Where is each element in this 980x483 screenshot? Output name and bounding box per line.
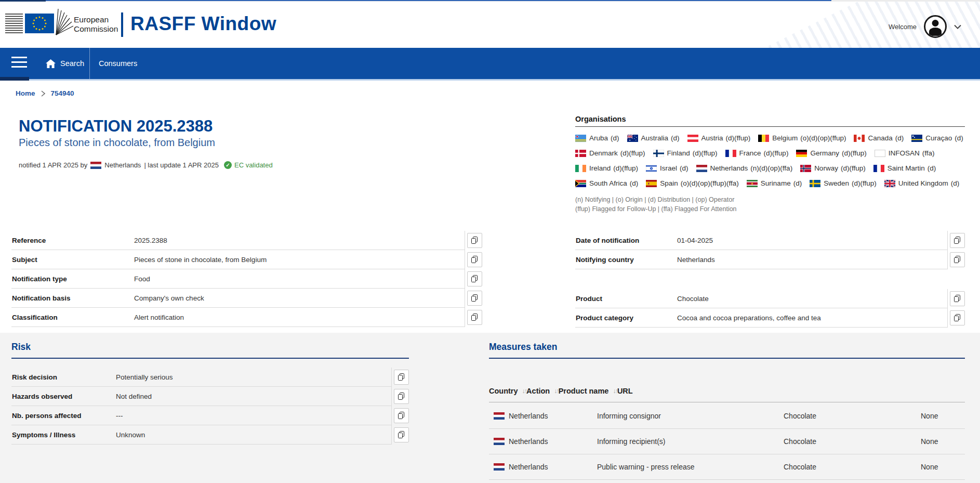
organisation-name: Canada bbox=[868, 132, 892, 145]
organisation-tags: (d) bbox=[951, 177, 960, 190]
hamburger-menu-button[interactable] bbox=[11, 57, 28, 70]
detail-label: Product category bbox=[575, 314, 677, 322]
nav-item-search[interactable]: Search bbox=[46, 48, 84, 79]
country-flag-icon bbox=[494, 463, 505, 471]
welcome-label: Welcome bbox=[889, 23, 917, 31]
organisation-item: Spain (o)(d)(op)(ffup)(ffa) bbox=[646, 177, 739, 190]
organisation-tags: (d) bbox=[630, 177, 639, 190]
detail-row: Notifying country Netherlands bbox=[575, 250, 965, 269]
chevron-down-icon[interactable] bbox=[954, 24, 961, 29]
detail-value: 01-04-2025 bbox=[677, 237, 713, 244]
organisations-list: Aruba (d) Australia (d) Austria (d)(ffup… bbox=[575, 132, 971, 190]
organisation-item: Finland (d)(ffup) bbox=[653, 147, 718, 160]
measures-column-header[interactable]: Action ↓↑ bbox=[526, 387, 559, 395]
organisation-item: Austria (d)(ffup) bbox=[687, 132, 751, 145]
detail-row: Notification basis Company's own check bbox=[11, 289, 482, 308]
organisation-name: Curaçao bbox=[925, 132, 952, 145]
country-flag-icon bbox=[854, 135, 865, 142]
column-label: URL bbox=[617, 387, 633, 395]
detail-label: Reference bbox=[11, 237, 134, 244]
organisation-tags: (d)(ffup) bbox=[842, 147, 867, 160]
organisation-name: Australia bbox=[641, 132, 669, 145]
organisation-tags: (d)(ffup) bbox=[841, 162, 866, 175]
copy-button[interactable] bbox=[950, 291, 965, 306]
nav-item-consumers[interactable]: Consumers bbox=[99, 48, 137, 79]
country-flag-icon bbox=[696, 165, 707, 172]
organisation-tags: (d) bbox=[671, 132, 680, 145]
detail-label: Symptoms / Illness bbox=[11, 431, 116, 439]
netherlands-flag-icon bbox=[90, 162, 101, 169]
details-table-right-top: Date of notification 01-04-2025 Notifyin… bbox=[575, 231, 965, 269]
header: European Commission RASFF Window Welcome bbox=[0, 2, 980, 48]
measures-column-header[interactable]: URL ↓↑ bbox=[617, 387, 641, 395]
user-menu[interactable]: Welcome bbox=[889, 15, 961, 38]
organisation-item: INFOSAN (ffa) bbox=[875, 147, 935, 160]
measure-row: Netherlands Public warning - press relea… bbox=[489, 454, 965, 480]
breadcrumb-home-link[interactable]: Home bbox=[16, 89, 35, 97]
european-commission-logo-icon bbox=[4, 8, 74, 41]
nav-divider bbox=[89, 48, 90, 79]
sort-icon[interactable]: ↓↑ bbox=[554, 387, 559, 395]
organisation-name: Netherlands bbox=[710, 162, 748, 175]
detail-row: Risk decision Potentially serious bbox=[11, 368, 409, 387]
organisation-tags: (n)(d)(op)(ffa) bbox=[750, 162, 792, 175]
copy-button[interactable] bbox=[394, 389, 409, 404]
country-flag-icon bbox=[884, 180, 895, 187]
detail-row: Subject Pieces of stone in chocolate, fr… bbox=[11, 250, 482, 269]
measure-action: Public warning - press release bbox=[597, 463, 784, 471]
copy-button[interactable] bbox=[467, 252, 482, 267]
detail-row: Reference 2025.2388 bbox=[11, 231, 482, 250]
measures-section-title: Measures taken bbox=[489, 342, 557, 353]
rasff-notification-page: European Commission RASFF Window Welcome… bbox=[0, 0, 980, 483]
detail-value: Potentially serious bbox=[116, 373, 173, 381]
copy-button[interactable] bbox=[467, 271, 482, 286]
notified-country: Netherlands bbox=[104, 161, 141, 169]
copy-button[interactable] bbox=[950, 233, 965, 248]
check-icon: ✓ bbox=[224, 161, 232, 169]
notified-prefix: notified 1 APR 2025 by bbox=[19, 161, 87, 169]
copy-button[interactable] bbox=[467, 310, 482, 325]
organisation-item: Aruba (d) bbox=[575, 132, 619, 145]
country-flag-icon bbox=[687, 135, 698, 142]
measures-column-header[interactable]: Product name ↓↑ bbox=[559, 387, 617, 395]
copy-button[interactable] bbox=[394, 427, 409, 442]
detail-row: Notification type Food bbox=[11, 269, 482, 289]
detail-label: Hazards observed bbox=[11, 393, 116, 400]
sort-icon[interactable]: ↓↑ bbox=[613, 387, 617, 395]
notified-line: notified 1 APR 2025 by Netherlands | las… bbox=[19, 161, 273, 169]
copy-button[interactable] bbox=[950, 252, 965, 267]
organisation-item: Belgium (o)(d)(op)(ffup) bbox=[758, 132, 846, 145]
measure-product: Chocolate bbox=[784, 412, 921, 420]
sort-icon[interactable]: ↓↑ bbox=[522, 387, 527, 395]
measures-table-header: Country ↓↑ Action ↓↑ Product name ↓↑ URL… bbox=[489, 380, 965, 402]
detail-value: Company's own check bbox=[134, 294, 204, 302]
organisation-name: Norway bbox=[814, 162, 838, 175]
copy-button[interactable] bbox=[394, 408, 409, 423]
details-table-right-bottom: Product Chocolate Product category Cocoa… bbox=[575, 289, 965, 328]
avatar-icon[interactable] bbox=[924, 15, 947, 38]
detail-row: Date of notification 01-04-2025 bbox=[575, 231, 965, 250]
details-table-left: Reference 2025.2388 Subject Pieces of st… bbox=[11, 231, 482, 327]
copy-button[interactable] bbox=[394, 370, 409, 385]
detail-value: Food bbox=[134, 275, 150, 283]
organisation-item: France (d)(ffup) bbox=[725, 147, 789, 160]
measures-column-header[interactable]: Country ↓↑ bbox=[489, 387, 526, 395]
organisation-item: South Africa (d) bbox=[575, 177, 638, 190]
nav-active-indicator bbox=[0, 77, 29, 81]
organisation-tags: (d)(ffup) bbox=[693, 147, 718, 160]
copy-button[interactable] bbox=[950, 310, 965, 325]
measure-url: None bbox=[921, 463, 965, 471]
nav-underline bbox=[0, 79, 980, 81]
copy-button[interactable] bbox=[467, 291, 482, 306]
detail-value: Netherlands bbox=[677, 256, 715, 264]
country-flag-icon bbox=[911, 135, 922, 142]
country-flag-icon bbox=[575, 150, 586, 157]
organisation-tags: (d) bbox=[793, 177, 802, 190]
organisation-name: Aruba bbox=[589, 132, 608, 145]
organisation-name: Denmark bbox=[589, 147, 618, 160]
measure-url: None bbox=[921, 437, 965, 446]
detail-value: Chocolate bbox=[677, 295, 709, 303]
copy-button[interactable] bbox=[467, 233, 482, 248]
measure-row: Netherlands Informing consignor Chocolat… bbox=[489, 403, 965, 429]
organisation-item: Germany (d)(ffup) bbox=[796, 147, 866, 160]
